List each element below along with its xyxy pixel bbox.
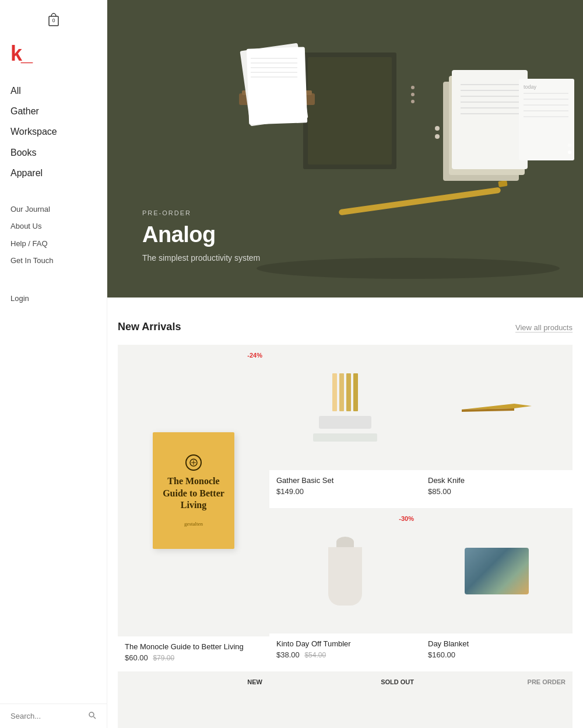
- book-publisher: gestalten: [184, 521, 203, 527]
- svg-rect-4: [308, 57, 392, 164]
- product-name-tumbler: Kinto Day Off Tumbler: [276, 639, 414, 648]
- product-badge-new: NEW: [247, 678, 262, 685]
- svg-point-14: [411, 86, 415, 89]
- product-card-blanket[interactable]: Day Blanket $160.00: [421, 508, 573, 671]
- section-header: New Arrivals View all products: [118, 321, 573, 333]
- product-info-knife: Desk Knife $85.00: [421, 470, 573, 505]
- product-info-blanket: Day Blanket $160.00: [421, 634, 573, 668]
- nav-books[interactable]: Books: [10, 142, 96, 163]
- product-image-bottom-2: SOLD OUT: [269, 671, 421, 728]
- pencil-tray: [313, 433, 377, 442]
- product-info-monocle: The Monocle Guide to Better Living $60.0…: [118, 636, 269, 671]
- svg-rect-19: [339, 187, 501, 216]
- gather-set-visual: [313, 373, 377, 442]
- logo-text: k_: [10, 43, 31, 64]
- product-image-knife: [421, 345, 573, 470]
- sidebar: 0 k_ All Gather Workspace Books Apparel …: [0, 0, 107, 728]
- pencil-3: [346, 373, 351, 411]
- svg-line-2: [94, 717, 96, 719]
- bottom-product-row: NEW SOLD OUT PRE ORDER: [118, 671, 573, 728]
- hero-pre-label: PRE-ORDER: [142, 209, 260, 216]
- hero-dot-1[interactable]: [568, 144, 571, 147]
- product-image-gather: [269, 345, 421, 470]
- view-all-link[interactable]: View all products: [515, 323, 573, 332]
- product-card-bottom-1[interactable]: NEW: [118, 671, 269, 728]
- nav-gather[interactable]: Gather: [10, 101, 96, 121]
- new-arrivals-section: New Arrivals View all products -24%: [107, 298, 583, 728]
- book-title-visual: The Monocle Guide to Better Living: [162, 475, 225, 512]
- product-name-knife: Desk Knife: [428, 476, 566, 485]
- product-image-bottom-3: PRE ORDER: [421, 671, 573, 728]
- product-badge-tumbler: -30%: [399, 515, 414, 522]
- product-badge-sold: SOLD OUT: [381, 678, 414, 685]
- price-current: $60.00: [125, 653, 148, 662]
- nav-contact[interactable]: Get In Touch: [10, 252, 96, 269]
- svg-point-37: [257, 258, 560, 279]
- nav-faq[interactable]: Help / FAQ: [10, 235, 96, 252]
- hero-dot-2[interactable]: [568, 150, 571, 154]
- product-card-bottom-2[interactable]: SOLD OUT: [269, 671, 421, 728]
- primary-nav: All Gather Workspace Books Apparel: [0, 80, 107, 183]
- hero-banner[interactable]: today PRE-ORDER Analog The simplest prod…: [107, 0, 583, 298]
- nav-all[interactable]: All: [10, 80, 96, 101]
- search-icon[interactable]: [88, 711, 96, 721]
- pencil-case: [319, 416, 371, 429]
- product-info-tumbler: Kinto Day Off Tumbler $38.00 $54.00: [269, 634, 421, 668]
- product-name-monocle: The Monocle Guide to Better Living: [125, 642, 262, 651]
- cart-button[interactable]: 0: [44, 10, 63, 32]
- product-grid: -24% The Monocle Guide to Better Living …: [118, 345, 573, 671]
- tumbler-lid: [336, 537, 354, 547]
- svg-point-15: [411, 93, 415, 96]
- product-card-gather[interactable]: Gather Basic Set $149.00: [269, 345, 421, 508]
- svg-text:today: today: [524, 84, 537, 90]
- product-card-bottom-3[interactable]: PRE ORDER: [421, 671, 573, 728]
- tumbler-visual: [328, 537, 362, 606]
- nav-journal[interactable]: Our Journal: [10, 201, 96, 218]
- svg-rect-20: [498, 180, 507, 187]
- book-visual: The Monocle Guide to Better Living gesta…: [153, 432, 234, 549]
- login-area: Login: [0, 293, 107, 303]
- nav-workspace[interactable]: Workspace: [10, 121, 96, 142]
- product-price-gather: $149.00: [276, 487, 414, 496]
- main-content: today PRE-ORDER Analog The simplest prod…: [107, 0, 583, 728]
- product-price-blanket: $160.00: [428, 650, 566, 659]
- section-title: New Arrivals: [118, 321, 181, 333]
- blanket-visual: [465, 548, 529, 594]
- product-image-monocle: -24% The Monocle Guide to Better Living …: [118, 345, 269, 636]
- price-original: $79.00: [153, 654, 174, 662]
- logo[interactable]: k_: [0, 37, 107, 80]
- product-card-tumbler[interactable]: -30% Kinto Day Off Tumbler $38.00 $54.00: [269, 508, 421, 671]
- nav-apparel[interactable]: Apparel: [10, 163, 96, 183]
- book-logo-icon: [185, 454, 202, 471]
- product-image-bottom-1: NEW: [118, 671, 269, 728]
- tumbler-price-current: $38.00: [276, 650, 300, 659]
- tumbler-body: [328, 547, 362, 606]
- product-name-blanket: Day Blanket: [428, 639, 566, 648]
- product-price-tumbler: $38.00 $54.00: [276, 650, 414, 659]
- svg-point-18: [435, 134, 440, 139]
- search-bar: [0, 704, 107, 728]
- svg-point-17: [435, 126, 440, 131]
- svg-rect-30: [519, 79, 574, 160]
- svg-point-1: [89, 712, 94, 717]
- product-info-gather: Gather Basic Set $149.00: [269, 470, 421, 505]
- product-card-knife[interactable]: Desk Knife $85.00: [421, 345, 573, 508]
- secondary-nav: Our Journal About Us Help / FAQ Get In T…: [0, 201, 107, 270]
- hero-text: PRE-ORDER Analog The simplest productivi…: [142, 209, 260, 262]
- nav-about[interactable]: About Us: [10, 218, 96, 235]
- tumbler-price-original: $54.00: [304, 651, 326, 659]
- product-card-monocle[interactable]: -24% The Monocle Guide to Better Living …: [118, 345, 269, 671]
- hero-subtitle: The simplest productivity system: [142, 253, 260, 262]
- hero-pagination: [568, 144, 571, 154]
- product-image-tumbler: -30%: [269, 508, 421, 634]
- pencil-row: [332, 373, 358, 411]
- login-link[interactable]: Login: [10, 294, 29, 303]
- svg-point-16: [411, 100, 415, 103]
- hero-title: Analog: [142, 222, 260, 247]
- cart-area: 0: [0, 0, 107, 37]
- knife-visual: [456, 393, 538, 422]
- product-name-gather: Gather Basic Set: [276, 476, 414, 485]
- search-input[interactable]: [10, 712, 88, 720]
- product-badge-preorder: PRE ORDER: [528, 678, 566, 685]
- pencil-4: [353, 373, 358, 411]
